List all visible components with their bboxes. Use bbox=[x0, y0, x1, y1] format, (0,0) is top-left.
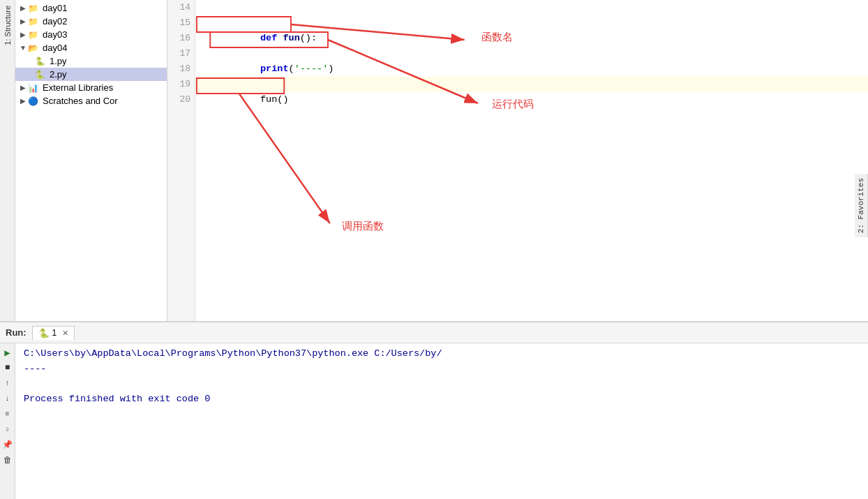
run-tabs: Run: 🐍 1 ✕ bbox=[0, 322, 868, 343]
editor-content[interactable]: 14 15 16 17 18 19 20 def fun(): bbox=[167, 0, 868, 321]
line-num-16: 16 bbox=[179, 31, 190, 46]
favorites-tab[interactable]: 2: Favorites bbox=[855, 174, 868, 237]
python-snake-icon: 🐍 bbox=[38, 328, 50, 338]
tree-item-1py[interactable]: 🐍 1.py bbox=[15, 54, 167, 68]
tree-item-2py[interactable]: 🐍 2.py bbox=[15, 68, 167, 81]
libs-icon: 📊 bbox=[28, 83, 40, 93]
tree-label-day02: day02 bbox=[43, 16, 67, 27]
folder-icon: 📁 bbox=[28, 3, 40, 13]
code-line-20 bbox=[195, 92, 868, 107]
run-tab-label: 1 bbox=[52, 328, 57, 338]
tree-item-day01[interactable]: ▶ 📁 day01 bbox=[15, 1, 167, 15]
run-stop-button[interactable]: ■ bbox=[1, 362, 14, 374]
line-num-14: 14 bbox=[179, 0, 190, 15]
tree-label-day03: day03 bbox=[43, 29, 67, 40]
folder-icon: 📁 bbox=[28, 30, 40, 40]
tree-label-ext: External Libraries bbox=[43, 82, 113, 93]
code-line-17 bbox=[195, 46, 868, 61]
folder-icon: 📁 bbox=[28, 17, 40, 27]
py-file-icon: 🐍 bbox=[35, 57, 47, 66]
output-line-4: Process finished with exit code 0 bbox=[24, 392, 860, 407]
sidebar-content: ▶ 📁 day01 ▶ 📁 day02 ▶ 📁 day03 ▼ 📂 day04 bbox=[15, 0, 167, 107]
run-output-area: ▶ ■ ↑ ↓ ≡ ⇩ 📌 🗑 C:\Users\by\AppData\Loca… bbox=[0, 343, 868, 499]
run-trash-button[interactable]: 🗑 bbox=[1, 454, 14, 466]
run-panel: Run: 🐍 1 ✕ ▶ ■ ↑ ↓ ≡ ⇩ 📌 🗑 C:\Users\by\A… bbox=[0, 321, 868, 499]
output-line-2: ---- bbox=[24, 362, 860, 377]
line-num-18: 18 bbox=[179, 61, 190, 77]
run-wrap-button[interactable]: ≡ bbox=[1, 408, 14, 420]
tree-item-day02[interactable]: ▶ 📁 day02 bbox=[15, 15, 167, 28]
line-num-15: 15 bbox=[179, 15, 190, 31]
scratches-icon: 🔵 bbox=[28, 96, 40, 106]
run-output: C:\Users\by\AppData\Local\Programs\Pytho… bbox=[15, 343, 868, 499]
tree-label-1py: 1.py bbox=[50, 56, 67, 66]
tree-item-day03[interactable]: ▶ 📁 day03 bbox=[15, 28, 167, 41]
run-up-button[interactable]: ↑ bbox=[1, 377, 14, 389]
code-line-16: print('----') − bbox=[195, 31, 868, 46]
run-scroll-button[interactable]: ⇩ bbox=[1, 423, 14, 435]
run-toolbar: ▶ ■ ↑ ↓ ≡ ⇩ 📌 🗑 bbox=[0, 343, 15, 499]
line-num-19: 19 bbox=[179, 77, 190, 92]
sidebar-tabs: 1: Structure bbox=[0, 0, 15, 321]
tree-arrow: ▶ bbox=[18, 17, 28, 25]
code-area[interactable]: def fun(): print('----') − fun() bbox=[195, 0, 868, 321]
tree-item-day04[interactable]: ▼ 📂 day04 bbox=[15, 41, 167, 54]
tree-arrow: ▶ bbox=[18, 4, 28, 12]
run-tab-1[interactable]: 🐍 1 ✕ bbox=[32, 326, 75, 340]
code-line-14 bbox=[195, 0, 868, 15]
code-line-18 bbox=[195, 61, 868, 77]
tree-arrow: ▶ bbox=[18, 31, 28, 38]
code-line-19: fun() bbox=[195, 77, 868, 92]
folder-open-icon: 📂 bbox=[28, 43, 40, 53]
tree-item-ext-libs[interactable]: ▶ 📊 External Libraries bbox=[15, 81, 167, 94]
structure-tab[interactable]: 1: Structure bbox=[2, 0, 13, 51]
output-line-3 bbox=[24, 376, 860, 392]
sidebar: 1: Structure ▶ 📁 day01 ▶ 📁 day02 ▶ 📁 day… bbox=[0, 0, 167, 321]
run-play-button[interactable]: ▶ bbox=[1, 346, 14, 359]
line-num-20: 20 bbox=[179, 92, 190, 107]
code-line-15: def fun(): bbox=[195, 15, 868, 31]
tree-arrow: ▶ bbox=[18, 97, 28, 105]
py-file-icon2: 🐍 bbox=[35, 70, 47, 80]
tree-label-day04: day04 bbox=[43, 43, 67, 53]
tree-label-day01: day01 bbox=[43, 3, 67, 13]
output-line-1: C:\Users\by\AppData\Local\Programs\Pytho… bbox=[24, 346, 860, 362]
tree-label-scratches: Scratches and Cor bbox=[43, 96, 118, 106]
line-numbers: 14 15 16 17 18 19 20 bbox=[167, 0, 195, 321]
tree-item-scratches[interactable]: ▶ 🔵 Scratches and Cor bbox=[15, 94, 167, 107]
line-num-17: 17 bbox=[179, 46, 190, 61]
annotation-label-callfunc: 调用函数 bbox=[342, 220, 384, 233]
run-pin-button[interactable]: 📌 bbox=[1, 438, 14, 451]
run-tab-close[interactable]: ✕ bbox=[62, 329, 68, 338]
run-label: Run: bbox=[6, 327, 27, 338]
run-down-button[interactable]: ↓ bbox=[1, 392, 14, 405]
svg-line-6 bbox=[239, 94, 330, 223]
tree-label-2py: 2.py bbox=[50, 69, 67, 80]
main-area: 1: Structure ▶ 📁 day01 ▶ 📁 day02 ▶ 📁 day… bbox=[0, 0, 868, 321]
tree-arrow: ▼ bbox=[18, 44, 28, 52]
editor-area: 14 15 16 17 18 19 20 def fun(): bbox=[167, 0, 868, 321]
tree-arrow: ▶ bbox=[18, 84, 28, 91]
